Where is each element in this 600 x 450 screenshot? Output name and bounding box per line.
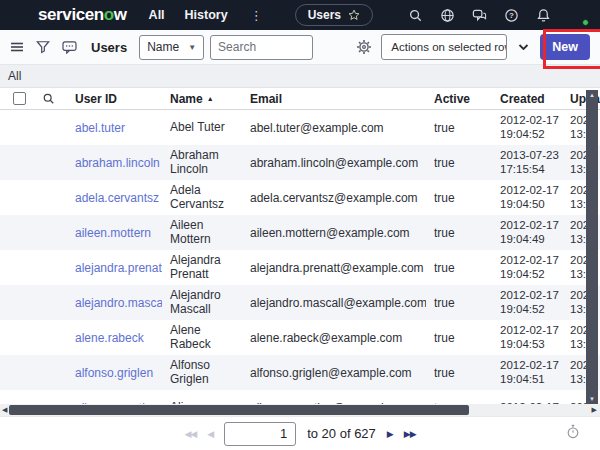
logo-green-o-icon: o	[104, 5, 114, 24]
search-rows-icon[interactable]	[36, 92, 66, 105]
scroll-left-icon[interactable]: ◀	[2, 404, 7, 416]
refresh-interval-icon[interactable]	[566, 424, 580, 439]
cell-email: alejandra.prenatt@example.com	[242, 261, 426, 275]
column-header-created[interactable]: Created	[490, 92, 562, 106]
cell-active: true	[426, 156, 490, 170]
chat-icon[interactable]	[472, 8, 487, 23]
cell-user-id-link[interactable]: alene.rabeck	[66, 331, 162, 345]
breadcrumb-all[interactable]: All	[8, 69, 21, 83]
cell-user-id-link[interactable]: aileen.mottern	[66, 226, 162, 240]
horizontal-scrollbar[interactable]: ◀ ▶	[0, 404, 600, 416]
cell-email: alfonso.griglen@example.com	[242, 366, 426, 380]
globe-icon[interactable]	[440, 8, 455, 23]
cell-active: true	[426, 191, 490, 205]
cell-name: Alene Rabeck	[162, 324, 242, 351]
column-header-email[interactable]: Email	[242, 92, 426, 106]
presence-status-dot	[582, 19, 589, 26]
cell-created: 2012-02-17 19:04:49	[490, 219, 562, 246]
more-menu-icon[interactable]: ⋮	[248, 8, 265, 23]
actions-dropdown[interactable]: Actions on selected rows...	[381, 34, 507, 60]
first-page-button[interactable]: ◀◀	[184, 429, 196, 439]
horizontal-scrollbar-thumb[interactable]	[9, 405, 469, 415]
svg-text:?: ?	[509, 11, 514, 20]
cell-name: Alfonso Griglen	[162, 359, 242, 386]
table-body: abel.tuter Abel Tuter abel.tuter@example…	[0, 110, 600, 404]
cell-created: 2013-07-23 17:15:54	[490, 149, 562, 176]
comments-icon[interactable]	[62, 41, 77, 54]
scroll-down-icon[interactable]: ▼	[589, 396, 595, 402]
nav-all[interactable]: All	[149, 8, 165, 22]
cell-active: true	[426, 366, 490, 380]
global-header: servicenow All History ⋮ Users ?	[0, 0, 600, 30]
cell-user-id-link[interactable]: alejandra.prenatt	[66, 261, 162, 275]
favorite-tab-label: Users	[308, 8, 341, 22]
list-context-menu-icon[interactable]	[10, 41, 24, 53]
column-header-name[interactable]: Name▲	[162, 92, 242, 106]
cell-created: 2012-02-17 19:04:50	[490, 184, 562, 211]
next-page-button[interactable]: ▶	[387, 429, 393, 439]
chevron-down-icon: ▼	[188, 43, 196, 52]
last-page-button[interactable]: ▶▶	[404, 429, 416, 439]
cell-active: true	[426, 296, 490, 310]
actions-dropdown-value: Actions on selected rows...	[391, 41, 507, 53]
cell-created: 2012-02-17 19:04:52	[490, 289, 562, 316]
table-row[interactable]: alejandra.prenatt Alejandra Prenatt alej…	[0, 250, 600, 285]
cell-user-id-link[interactable]: abel.tuter	[66, 121, 162, 135]
table-row[interactable]: alene.rabeck Alene Rabeck alene.rabeck@e…	[0, 320, 600, 355]
column-header-user-id[interactable]: User ID	[66, 92, 162, 106]
help-icon[interactable]: ?	[504, 8, 519, 23]
nav-history[interactable]: History	[185, 8, 228, 22]
cell-email: aileen.mottern@example.com	[242, 226, 426, 240]
pagination-bar: ◀◀ ◀ to 20 of 627 ▶ ▶▶	[0, 416, 600, 450]
list-toolbar: Users Name ▼ Actions on selected rows...…	[0, 30, 600, 65]
toolbar-right-group: Actions on selected rows... New	[356, 34, 590, 60]
scroll-up-icon[interactable]: ▲	[589, 92, 595, 98]
cell-active: true	[426, 121, 490, 135]
select-all-checkbox[interactable]	[13, 92, 26, 105]
cell-email: abraham.lincoln@example.com	[242, 156, 426, 170]
favorite-tab-users[interactable]: Users	[295, 4, 373, 26]
list-search-input[interactable]	[210, 35, 313, 60]
table-row[interactable]: alfonso.griglen Alfonso Griglen alfonso.…	[0, 355, 600, 390]
cell-email: alejandro.mascall@example.com	[242, 296, 426, 310]
previous-page-button[interactable]: ◀	[207, 429, 213, 439]
table-row[interactable]: aileen.mottern Aileen Mottern aileen.mot…	[0, 215, 600, 250]
current-page-input[interactable]	[224, 422, 296, 446]
cell-active: true	[426, 226, 490, 240]
star-icon[interactable]	[348, 9, 360, 21]
search-icon[interactable]	[408, 8, 423, 23]
cell-active: true	[426, 261, 490, 275]
cell-user-id-link[interactable]: adela.cervantsz	[66, 191, 162, 205]
search-field-value: Name	[147, 40, 179, 54]
servicenow-app: servicenow All History ⋮ Users ?	[0, 0, 600, 450]
table-row[interactable]: alissa.mountiov Alissa alissa.mountiov@e…	[0, 390, 600, 404]
sort-asc-icon: ▲	[207, 95, 214, 102]
vertical-scrollbar[interactable]: ▲ ▼	[586, 90, 598, 404]
cell-user-id-link[interactable]: abraham.lincoln	[66, 156, 162, 170]
table-row[interactable]: abraham.lincoln Abraham Lincoln abraham.…	[0, 145, 600, 180]
row-range-label: to 20 of 627	[307, 426, 376, 441]
actions-chevron-down-icon[interactable]	[516, 41, 531, 53]
cell-email: abel.tuter@example.com	[242, 121, 426, 135]
column-header-active[interactable]: Active	[426, 92, 490, 106]
cell-created: 2012-02-17 19:04:51	[490, 359, 562, 386]
servicenow-logo[interactable]: servicenow	[38, 5, 127, 25]
header-icon-group: ?	[408, 5, 588, 25]
cell-email: alene.rabeck@example.com	[242, 331, 426, 345]
logo-text-end: w	[114, 5, 127, 24]
gear-icon[interactable]	[356, 39, 372, 55]
user-avatar[interactable]	[568, 5, 588, 25]
table-row[interactable]: abel.tuter Abel Tuter abel.tuter@example…	[0, 110, 600, 145]
cell-user-id-link[interactable]: alejandro.mascall	[66, 296, 162, 310]
cell-user-id-link[interactable]: alfonso.griglen	[66, 366, 162, 380]
scroll-right-icon[interactable]: ▶	[592, 404, 597, 416]
notifications-icon[interactable]	[536, 8, 551, 23]
table-row[interactable]: adela.cervantsz Adela Cervantsz adela.ce…	[0, 180, 600, 215]
cell-name: Abel Tuter	[162, 121, 242, 135]
logo-text: servicen	[38, 5, 104, 24]
cell-name: Alejandra Prenatt	[162, 254, 242, 281]
filter-icon[interactable]	[36, 40, 50, 54]
search-field-selector[interactable]: Name ▼	[139, 35, 204, 60]
table-row[interactable]: alejandro.mascall Alejandro Mascall alej…	[0, 285, 600, 320]
new-button[interactable]: New	[540, 34, 590, 60]
